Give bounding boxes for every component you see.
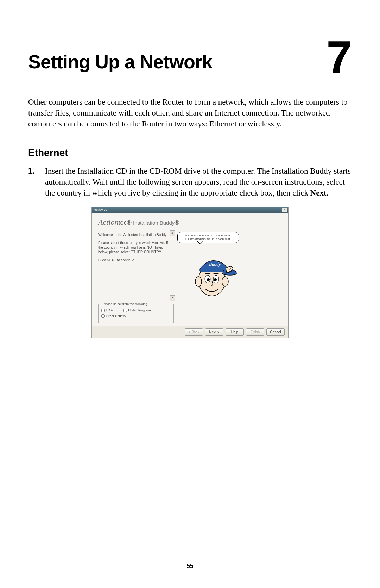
svg-point-7: [214, 278, 217, 281]
page-number: 55: [0, 563, 380, 570]
checkbox-uk-input[interactable]: [124, 309, 127, 312]
svg-point-2: [222, 277, 228, 286]
brand-reg: ®: [127, 219, 131, 226]
dialog-button-row: < Back Next > Help Finish Cancel: [92, 326, 288, 338]
svg-point-6: [207, 278, 210, 281]
step-1: 1. Insert the Installation CD in the CD-…: [28, 166, 352, 198]
instr-p2: Please select the country in which you l…: [98, 241, 172, 254]
checkbox-usa[interactable]: USA: [101, 309, 113, 312]
dialog-titlebar-text: Actiontec: [92, 207, 288, 212]
svg-text:Buddy: Buddy: [209, 261, 221, 267]
checkbox-uk[interactable]: United Kingdom: [124, 309, 151, 312]
step-text: Insert the Installation CD in the CD-ROM…: [45, 166, 352, 198]
checkbox-usa-label: USA: [106, 309, 113, 312]
chapter-title: Setting Up a Network: [28, 42, 212, 71]
back-button[interactable]: < Back: [185, 328, 203, 336]
instruction-panel: ▲ Welcome to the Actiontec Installation …: [98, 230, 174, 301]
step-text-bold: Next: [310, 188, 327, 197]
instr-p3: Click NEXT to continue.: [98, 258, 172, 262]
dialog-titlebar[interactable]: Actiontec ×: [92, 207, 288, 213]
chapter-header: Setting Up a Network 7: [28, 42, 352, 75]
section-divider: [28, 140, 352, 140]
checkbox-other[interactable]: Other Country: [101, 314, 126, 318]
installation-dialog: Actiontec × Actiontec® Installation Budd…: [91, 207, 289, 338]
brand-rest: tec: [118, 219, 127, 226]
svg-point-1: [195, 277, 202, 286]
instr-p1: Welcome to the Actiontec Installation Bu…: [98, 233, 172, 237]
scroll-up-icon[interactable]: ▲: [170, 230, 175, 236]
brand-product: Installation Buddy: [132, 220, 175, 226]
brand-reg2: ®: [175, 219, 179, 226]
speech-bubble: HI! I'M YOUR INSTALLATION BUDDY. I'LL BE…: [177, 232, 239, 243]
close-icon[interactable]: ×: [282, 208, 287, 212]
intro-paragraph: Other computers can be connected to the …: [28, 97, 352, 129]
step-text-a: Insert the Installation CD in the CD-ROM…: [45, 167, 351, 197]
checkbox-usa-input[interactable]: [101, 309, 105, 312]
speech-line-2: I'LL BE AROUND TO HELP YOU OUT.: [180, 237, 236, 241]
checkbox-uk-label: United Kingdom: [128, 309, 151, 312]
help-button[interactable]: Help: [226, 328, 244, 336]
brand-row: Actiontec® Installation Buddy®: [98, 218, 282, 227]
fieldset-legend: Please select from the following: [101, 302, 149, 306]
cancel-button[interactable]: Cancel: [266, 328, 285, 336]
checkbox-other-input[interactable]: [101, 314, 105, 318]
step-number: 1.: [28, 166, 39, 198]
speech-line-1: HI! I'M YOUR INSTALLATION BUDDY.: [180, 234, 236, 237]
chapter-number: 7: [327, 39, 352, 75]
finish-button[interactable]: Finish: [246, 328, 264, 336]
next-button[interactable]: Next >: [205, 328, 223, 336]
buddy-mascot-icon: Buddy: [184, 248, 239, 299]
section-title: Ethernet: [28, 147, 352, 159]
country-fieldset: Please select from the following USA Uni…: [98, 302, 174, 323]
scroll-down-icon[interactable]: ▼: [170, 295, 175, 301]
brand-script: Action: [98, 218, 118, 227]
checkbox-other-label: Other Country: [106, 314, 126, 318]
step-text-b: .: [327, 188, 329, 197]
